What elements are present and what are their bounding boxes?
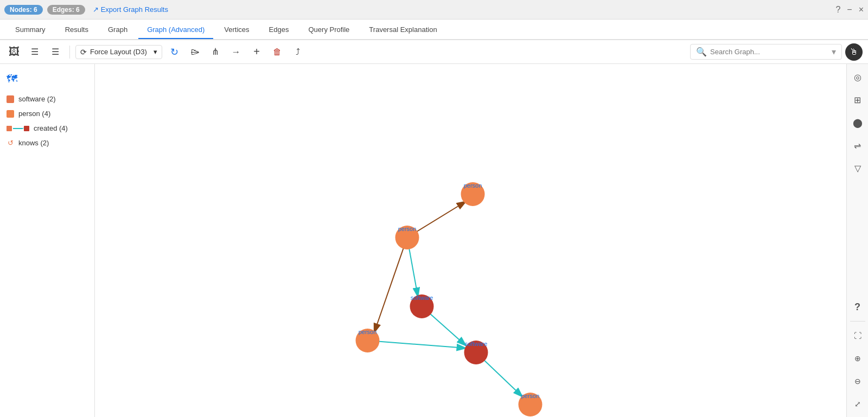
- hierarchy-button[interactable]: ⋔: [207, 43, 224, 61]
- layout-label: Force Layout (D3): [90, 48, 147, 56]
- node-label-p3: person: [359, 329, 377, 335]
- tab-graph[interactable]: Graph: [99, 21, 136, 39]
- arrow-button[interactable]: →: [227, 43, 245, 61]
- tab-graph-advanced[interactable]: Graph (Advanced): [138, 21, 213, 39]
- tab-results[interactable]: Results: [56, 21, 97, 39]
- tab-traversal-explanation[interactable]: Traversal Explanation: [360, 21, 445, 39]
- window-controls: ? − ×: [835, 5, 864, 15]
- search-icon: 🔍: [696, 47, 707, 57]
- knows-label: knows (2): [18, 139, 49, 147]
- search-chevron-icon: ▾: [832, 47, 836, 57]
- minimize-icon[interactable]: −: [847, 5, 852, 15]
- help-icon-btn[interactable]: ?: [849, 298, 866, 316]
- legend-software[interactable]: software (2): [0, 92, 94, 106]
- software-label: software (2): [18, 95, 56, 103]
- tab-bar: Summary Results Graph Graph (Advanced) V…: [0, 20, 868, 40]
- main-content: 🗺 software (2) person (4) → created (4) …: [0, 64, 868, 417]
- legend-knows[interactable]: ↺ knows (2): [0, 136, 94, 150]
- right-sidebar: ◎ ⊞ ⬤ ⇌ ▽ ? ⛶ ⊕ ⊖ ⤢: [846, 64, 868, 417]
- svg-line-3: [374, 238, 407, 333]
- funnel-icon-btn[interactable]: ▽: [849, 159, 866, 177]
- svg-line-5: [368, 341, 467, 348]
- fullscreen-icon-btn[interactable]: ⛶: [849, 327, 866, 344]
- legend-created[interactable]: → created (4): [0, 121, 94, 136]
- table-icon-btn[interactable]: ⊞: [849, 91, 866, 108]
- image-button[interactable]: 🖼: [5, 43, 23, 61]
- delete-button[interactable]: 🗑: [269, 43, 286, 61]
- top-bar: Nodes: 6 Edges: 6 ↗ Export Graph Results…: [0, 0, 868, 20]
- toolbar: 🖼 ☰ ☰ ⟳ Force Layout (D3) ▾ ↻ ⌲ ⋔ → + 🗑 …: [0, 40, 868, 64]
- export-icon: ↗: [93, 5, 99, 14]
- close-icon[interactable]: ×: [859, 5, 864, 15]
- layout-icon: ⟳: [80, 48, 87, 56]
- sort-asc-button[interactable]: ☰: [26, 43, 43, 61]
- legend-person[interactable]: person (4): [0, 106, 94, 121]
- created-label: created (4): [34, 124, 68, 132]
- map-button[interactable]: 🗺: [0, 69, 94, 88]
- node-label-p4: person: [521, 393, 540, 399]
- created-edge-icon: →: [7, 126, 29, 131]
- help-icon[interactable]: ?: [835, 5, 840, 15]
- filter-icon-btn[interactable]: ⇌: [849, 137, 866, 154]
- graph-svg: person person person software software p…: [95, 64, 846, 417]
- path-button[interactable]: ⌲: [186, 43, 203, 61]
- refresh-button[interactable]: ↻: [165, 43, 183, 61]
- search-input[interactable]: [710, 48, 828, 56]
- fit-icon-btn[interactable]: ⤢: [849, 395, 866, 413]
- layout-selector[interactable]: ⟳ Force Layout (D3) ▾: [75, 45, 162, 59]
- tab-vertices[interactable]: Vertices: [215, 21, 258, 39]
- node-label-p2: person: [464, 182, 482, 189]
- node-label-p1: person: [398, 226, 417, 232]
- mouse-icon: 🖱: [850, 47, 858, 57]
- add-button[interactable]: +: [248, 43, 265, 61]
- export2-button[interactable]: ⤴: [289, 43, 307, 61]
- edges-badge: Edges: 6: [47, 5, 85, 15]
- user-avatar: 🖱: [845, 43, 863, 61]
- left-panel: 🗺 software (2) person (4) → created (4) …: [0, 64, 95, 417]
- person-color-swatch: [7, 110, 14, 118]
- chevron-down-icon: ▾: [154, 48, 157, 56]
- target-icon-btn[interactable]: ◎: [849, 68, 866, 86]
- node-label-s2: software: [465, 341, 488, 347]
- nodes-badge: Nodes: 6: [4, 5, 43, 15]
- node-label-s1: software: [411, 294, 433, 301]
- knows-icon: ↺: [7, 139, 14, 147]
- toolbar-divider-1: [69, 46, 70, 59]
- software-color-swatch: [7, 95, 14, 103]
- sidebar-divider: [850, 321, 865, 322]
- zoom-in-icon-btn[interactable]: ⊕: [849, 350, 866, 367]
- tab-edges[interactable]: Edges: [260, 21, 298, 39]
- graph-area[interactable]: person person person software software p…: [95, 64, 846, 417]
- export-button[interactable]: ↗ Export Graph Results: [90, 4, 171, 15]
- tab-summary[interactable]: Summary: [7, 21, 54, 39]
- person-label: person (4): [18, 110, 50, 118]
- tab-query-profile[interactable]: Query Profile: [299, 21, 358, 39]
- sort-desc-button[interactable]: ☰: [47, 43, 64, 61]
- search-box: 🔍 ▾: [690, 44, 842, 60]
- zoom-out-icon-btn[interactable]: ⊖: [849, 373, 866, 390]
- palette-icon-btn[interactable]: ⬤: [849, 114, 866, 131]
